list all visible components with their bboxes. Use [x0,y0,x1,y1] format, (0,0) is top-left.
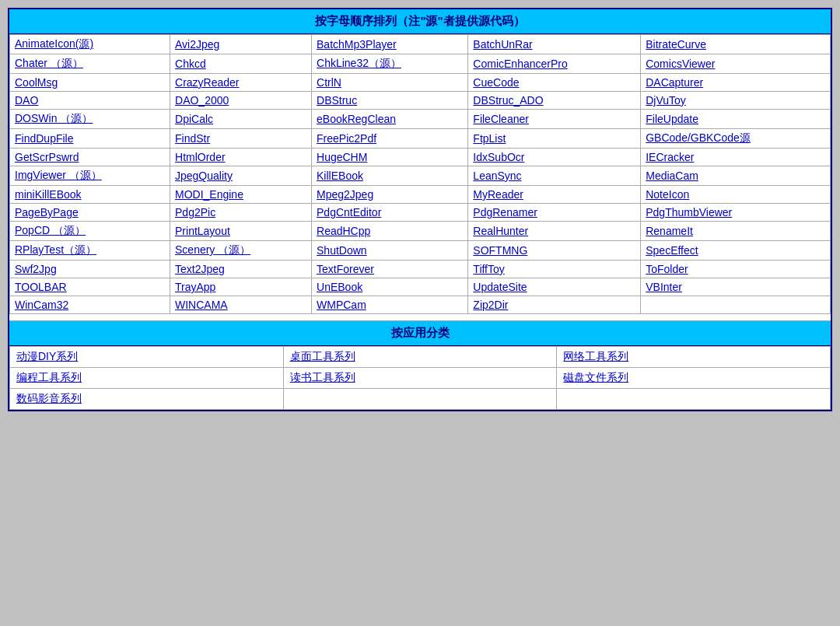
alpha-cell-r9-c2[interactable]: PdgCntEditor [312,204,468,222]
alpha-cell-r14-c0[interactable]: WinCam32 [10,296,170,314]
alpha-link-r10-c4[interactable]: RenameIt [646,225,693,237]
alpha-link-r14-c3[interactable]: Zip2Dir [473,299,508,311]
cat-link-r1-c1[interactable]: 读书工具系列 [290,371,355,383]
alpha-link-r5-c2[interactable]: FreePic2Pdf [317,132,376,145]
cat-link-r2-c0[interactable]: 数码影音系列 [16,392,82,404]
alpha-cell-r5-c0[interactable]: FindDupFile [10,129,170,149]
alpha-link-r6-c3[interactable]: IdxSubOcr [473,151,524,163]
alpha-link-r9-c4[interactable]: PdgThumbViewer [646,206,732,219]
alpha-cell-r12-c2[interactable]: TextForever [312,261,468,278]
alpha-link-r12-c1[interactable]: Text2Jpeg [175,263,225,275]
alpha-cell-r12-c4[interactable]: ToFolder [641,261,831,278]
alpha-link-r6-c2[interactable]: HugeCHM [317,151,367,163]
alpha-cell-r1-c1[interactable]: Chkcd [170,54,312,74]
alpha-cell-r1-c0[interactable]: Chater （源） [10,54,170,74]
alpha-link-r9-c1[interactable]: Pdg2Pic [175,206,215,219]
alpha-link-r14-c0[interactable]: WinCam32 [15,299,68,311]
alpha-cell-r10-c0[interactable]: PopCD （源） [10,222,170,241]
alpha-cell-r13-c1[interactable]: TrayApp [170,278,312,296]
alpha-cell-r6-c4[interactable]: IECracker [641,149,831,166]
alpha-cell-r8-c4[interactable]: NoteIcon [641,186,831,204]
alpha-link-r1-c1[interactable]: Chkcd [175,58,206,70]
alpha-cell-r6-c1[interactable]: HtmlOrder [170,149,312,166]
alpha-cell-r5-c2[interactable]: FreePic2Pdf [312,129,468,149]
alpha-cell-r3-c4[interactable]: DjVuToy [641,92,831,110]
alpha-link-r8-c1[interactable]: MODI_Engine [175,188,243,201]
alpha-link-r7-c0[interactable]: ImgViewer （源） [15,169,102,181]
alpha-link-r3-c2[interactable]: DBStruc [317,94,357,107]
alpha-link-r9-c0[interactable]: PageByPage [15,206,79,219]
alpha-link-r2-c4[interactable]: DACapturer [646,76,703,89]
alpha-cell-r1-c4[interactable]: ComicsViewer [641,54,831,74]
alpha-link-r3-c3[interactable]: DBStruc_ADO [473,94,543,107]
alpha-cell-r5-c4[interactable]: GBCode/GBKCode源 [641,129,831,149]
alpha-link-r4-c0[interactable]: DOSWin （源） [15,112,93,124]
alpha-link-r4-c3[interactable]: FileCleaner [473,113,529,125]
alpha-link-r7-c2[interactable]: KillEBook [317,170,363,182]
alpha-link-r8-c2[interactable]: Mpeg2Jpeg [317,188,373,201]
alpha-link-r13-c4[interactable]: VBInter [646,281,682,293]
alpha-cell-r4-c0[interactable]: DOSWin （源） [10,110,170,129]
alpha-cell-r11-c3[interactable]: SOFTMNG [468,241,641,261]
alpha-cell-r5-c1[interactable]: FindStr [170,129,312,149]
alpha-cell-r7-c0[interactable]: ImgViewer （源） [10,166,170,186]
alpha-cell-r13-c3[interactable]: UpdateSite [468,278,641,296]
alpha-link-r0-c1[interactable]: Avi2Jpeg [175,38,219,51]
alpha-link-r9-c3[interactable]: PdgRenamer [473,206,537,219]
alpha-link-r5-c4[interactable]: GBCode/GBKCode源 [646,131,751,144]
alpha-cell-r0-c0[interactable]: AnimateIcon(源) [10,35,170,54]
alpha-cell-r9-c0[interactable]: PageByPage [10,204,170,222]
alpha-cell-r14-c1[interactable]: WINCAMA [170,296,312,314]
alpha-cell-r0-c2[interactable]: BatchMp3Player [312,35,468,54]
alpha-cell-r4-c3[interactable]: FileCleaner [468,110,641,129]
cat-cell-r1-c2[interactable]: 磁盘文件系列 [557,368,831,389]
alpha-cell-r6-c0[interactable]: GetScrPswrd [10,149,170,166]
alpha-link-r12-c3[interactable]: TiffToy [473,263,504,275]
cat-cell-r1-c0[interactable]: 编程工具系列 [10,368,284,389]
cat-link-r0-c0[interactable]: 动漫DIY系列 [16,350,78,362]
alpha-cell-r10-c4[interactable]: RenameIt [641,222,831,241]
alpha-cell-r7-c1[interactable]: JpegQuality [170,166,312,186]
alpha-link-r5-c1[interactable]: FindStr [175,132,210,145]
alpha-cell-r14-c2[interactable]: WMPCam [312,296,468,314]
alpha-link-r12-c4[interactable]: ToFolder [646,263,688,275]
alpha-cell-r0-c4[interactable]: BitrateCurve [641,35,831,54]
alpha-cell-r3-c1[interactable]: DAO_2000 [170,92,312,110]
alpha-cell-r2-c3[interactable]: CueCode [468,74,641,92]
alpha-cell-r11-c1[interactable]: Scenery （源） [170,241,312,261]
alpha-link-r10-c3[interactable]: RealHunter [473,225,528,237]
alpha-link-r3-c0[interactable]: DAO [15,94,38,107]
cat-cell-r0-c1[interactable]: 桌面工具系列 [283,347,557,368]
alpha-cell-r2-c4[interactable]: DACapturer [641,74,831,92]
alpha-link-r1-c0[interactable]: Chater （源） [15,57,83,69]
alpha-link-r7-c1[interactable]: JpegQuality [175,170,233,182]
alpha-cell-r12-c1[interactable]: Text2Jpeg [170,261,312,278]
alpha-cell-r4-c1[interactable]: DpiCalc [170,110,312,129]
alpha-link-r9-c2[interactable]: PdgCntEditor [317,206,381,219]
alpha-link-r4-c2[interactable]: eBookRegClean [317,113,396,125]
alpha-link-r0-c2[interactable]: BatchMp3Player [317,38,397,51]
cat-cell-r0-c2[interactable]: 网络工具系列 [557,347,831,368]
alpha-link-r10-c0[interactable]: PopCD （源） [15,224,86,236]
alpha-cell-r9-c4[interactable]: PdgThumbViewer [641,204,831,222]
alpha-cell-r7-c3[interactable]: LeanSync [468,166,641,186]
alpha-link-r4-c4[interactable]: FileUpdate [646,113,698,125]
alpha-link-r0-c3[interactable]: BatchUnRar [473,38,532,51]
alpha-cell-r5-c3[interactable]: FtpList [468,129,641,149]
alpha-cell-r0-c1[interactable]: Avi2Jpeg [170,35,312,54]
alpha-link-r14-c2[interactable]: WMPCam [317,299,366,311]
alpha-cell-r8-c2[interactable]: Mpeg2Jpeg [312,186,468,204]
cat-link-r0-c2[interactable]: 网络工具系列 [563,350,628,362]
alpha-cell-r12-c0[interactable]: Swf2Jpg [10,261,170,278]
alpha-link-r8-c4[interactable]: NoteIcon [646,188,689,201]
alpha-cell-r8-c0[interactable]: miniKillEBook [10,186,170,204]
alpha-link-r11-c1[interactable]: Scenery （源） [175,243,250,256]
alpha-link-r0-c4[interactable]: BitrateCurve [646,38,706,51]
alpha-cell-r12-c3[interactable]: TiffToy [468,261,641,278]
alpha-link-r11-c2[interactable]: ShutDown [317,244,367,257]
alpha-cell-r6-c3[interactable]: IdxSubOcr [468,149,641,166]
alpha-cell-r6-c2[interactable]: HugeCHM [312,149,468,166]
alpha-cell-r1-c2[interactable]: ChkLine32（源） [312,54,468,74]
alpha-cell-r2-c0[interactable]: CoolMsg [10,74,170,92]
alpha-link-r3-c1[interactable]: DAO_2000 [175,94,229,107]
